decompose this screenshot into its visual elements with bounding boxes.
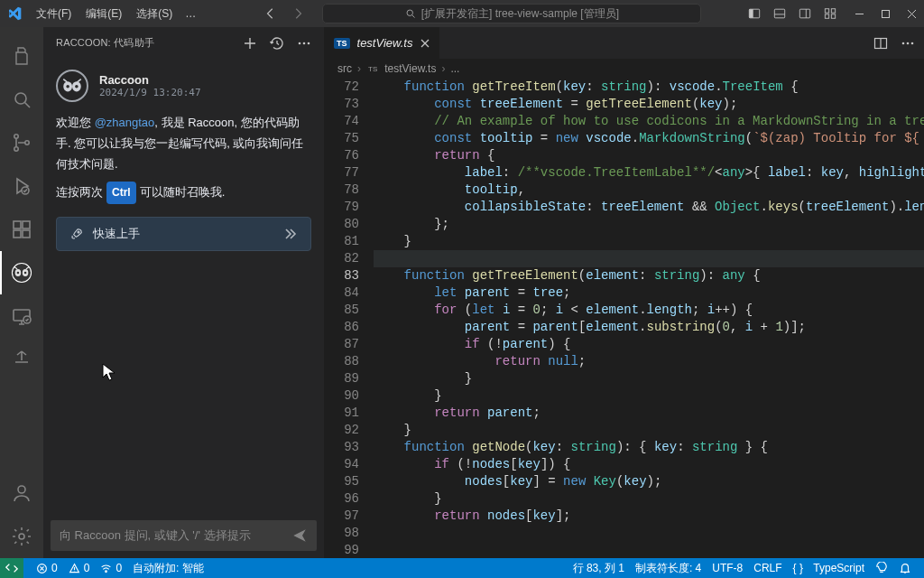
tab-more-icon[interactable] [901,36,915,51]
svg-rect-21 [23,221,30,228]
more-icon[interactable] [297,36,311,51]
new-chat-icon[interactable] [243,36,257,51]
assistant-body: 欢迎您 @zhangtao, 我是 Raccoon, 您的代码助手. 您可以让我… [56,113,311,204]
menu-file[interactable]: 文件(F) [29,3,79,25]
status-feedback-icon[interactable] [870,561,893,576]
status-warnings[interactable]: 0 [63,562,96,574]
activity-account[interactable] [0,471,43,515]
status-encoding[interactable]: UTF-8 [707,561,748,576]
svg-point-33 [308,42,310,44]
activity-extensions[interactable] [0,208,43,251]
remote-indicator[interactable] [0,558,23,578]
command-center-text: [扩展开发宿主] tree-view-sample [管理员] [421,6,619,22]
layout-sidebar-right-icon[interactable] [799,7,811,20]
svg-rect-9 [831,9,835,13]
chat-input[interactable]: 向 Raccoon 提问, 或键入 '/' 选择提示 [51,520,317,551]
assistant-message: Raccoon 2024/1/9 13:20:47 欢迎您 @zhangtao,… [43,59,324,262]
editor-group: TS testView.ts src › TS testView.ts › ..… [325,27,924,558]
status-bell-icon[interactable] [893,561,917,576]
status-cursor[interactable]: 行 83, 列 1 [568,561,630,576]
layout-icons [748,7,836,20]
status-attach[interactable]: 自动附加: 智能 [127,561,209,576]
activity-remote[interactable] [0,294,43,338]
code-lines[interactable]: function getTreeItem(key: string): vscod… [374,79,924,558]
rocket-icon [69,227,84,241]
svg-point-43 [911,42,914,44]
svg-rect-18 [14,221,21,228]
status-bar: 0 0 0 自动附加: 智能 行 83, 列 1 制表符长度: 4 UTF-8 … [0,558,924,578]
crumb-file[interactable]: testView.ts [384,62,436,75]
svg-rect-10 [825,14,828,18]
svg-point-16 [25,141,29,144]
activity-raccoon[interactable] [0,251,43,294]
code-editor[interactable]: 7273747576777879808182838485868788899091… [325,79,924,558]
tab-label: testView.ts [357,36,413,50]
svg-rect-11 [831,14,835,18]
svg-point-37 [75,85,79,89]
svg-rect-2 [749,9,753,18]
kbd-ctrl: Ctrl [106,182,136,204]
svg-rect-19 [14,230,21,238]
svg-point-0 [407,10,412,15]
workbench: RACCOON: 代码助手 Raccoon 2024/1/9 13:20:47 … [0,27,924,558]
layout-panel-icon[interactable] [773,7,786,20]
minimize-icon[interactable] [855,9,864,19]
tab-close-icon[interactable] [420,38,430,49]
chat-placeholder: 向 Raccoon 提问, 或键入 '/' 选择提示 [60,527,251,544]
svg-point-38 [78,231,79,233]
svg-point-32 [303,42,306,44]
menu-select[interactable]: 选择(S) [129,3,180,25]
layout-customize-icon[interactable] [824,7,836,20]
sidebar-title: RACCOON: 代码助手 [56,36,154,50]
line-gutter: 7273747576777879808182838485868788899091… [325,79,374,558]
breadcrumb[interactable]: src › TS testView.ts › ... [325,59,924,79]
nav-arrows [264,7,304,20]
crumb-src[interactable]: src [337,62,352,75]
status-indent[interactable]: 制表符长度: 4 [630,561,707,576]
nav-forward-icon[interactable] [291,7,304,20]
activity-settings[interactable] [0,515,43,558]
vscode-logo-icon [7,6,22,21]
activity-explorer[interactable] [0,34,43,78]
assistant-date: 2024/1/9 13:20:47 [99,87,201,98]
svg-point-45 [106,570,107,572]
activity-scm[interactable] [0,121,43,164]
svg-rect-20 [23,230,30,238]
window-controls [855,9,917,19]
nav-back-icon[interactable] [264,7,277,20]
title-bar: 文件(F) 编辑(E) 选择(S) … [扩展开发宿主] tree-view-s… [0,0,924,27]
status-lang[interactable]: { } TypeScript [788,561,870,576]
maximize-icon[interactable] [881,9,891,19]
mention-user: @zhangtao [95,116,155,129]
svg-point-15 [14,147,18,151]
menu-more[interactable]: … [180,4,201,23]
activity-other[interactable] [0,338,43,381]
status-errors[interactable]: 0 [31,562,63,574]
history-icon[interactable] [270,36,284,51]
close-icon[interactable] [907,9,917,19]
quick-start-label: 快速上手 [93,226,140,242]
menu-edit[interactable]: 编辑(E) [79,3,129,25]
command-center[interactable]: [扩展开发宿主] tree-view-sample [管理员] [322,4,701,23]
activity-search[interactable] [0,78,43,121]
svg-point-31 [299,42,301,44]
send-icon[interactable] [291,527,308,544]
split-editor-icon[interactable] [873,36,888,51]
svg-point-14 [14,135,18,138]
assistant-avatar-icon [56,70,88,102]
svg-point-13 [15,93,26,104]
svg-rect-6 [799,9,809,18]
activity-debug[interactable] [0,164,43,208]
status-ports[interactable]: 0 [95,562,127,574]
status-eol[interactable]: CRLF [748,561,787,576]
editor-tabs: TS testView.ts [325,27,924,59]
ts-file-icon: TS [334,38,350,49]
crumb-more[interactable]: ... [450,62,459,75]
tab-testview[interactable]: TS testView.ts [325,27,440,59]
svg-point-42 [907,42,910,44]
svg-point-22 [12,263,31,282]
svg-point-30 [19,534,24,539]
layout-sidebar-left-icon[interactable] [748,7,761,20]
svg-rect-8 [825,9,828,13]
quick-start-card[interactable]: 快速上手 [56,217,311,251]
